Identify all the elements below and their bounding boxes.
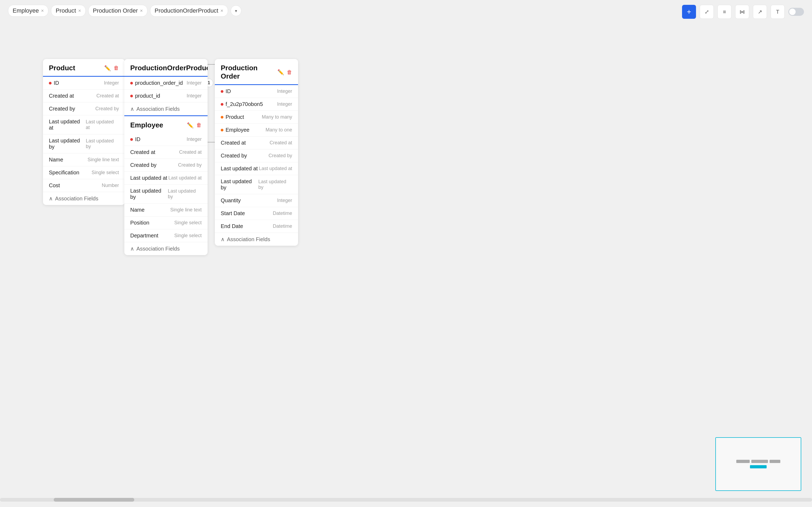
add-icon: + bbox=[687, 7, 691, 16]
menu-button[interactable]: ≡ bbox=[717, 5, 731, 19]
pop-association-fields[interactable]: ∧ Association Fields bbox=[124, 103, 208, 115]
employee-assoc-label: Association Fields bbox=[137, 246, 180, 252]
po-field-id: ID Integer bbox=[215, 85, 298, 98]
employee-field-created-at: Created at Created at bbox=[124, 146, 208, 159]
po-field-created-by: Created by Created by bbox=[215, 150, 298, 162]
product-association-fields[interactable]: ∧ Association Fields bbox=[43, 192, 125, 205]
production-order-card: Production Order ✏️ 🗑 ID Integer f_2u2p7… bbox=[215, 59, 298, 246]
employee-field-id: ID Integer bbox=[124, 133, 208, 146]
employee-field-name: Name Single line text bbox=[124, 204, 208, 217]
employee-field-created-by: Created by Created by bbox=[124, 159, 208, 172]
minimap[interactable] bbox=[715, 437, 801, 491]
canvas: N 1 N 1 1 Product ✏️ 🗑 ID Integer Create… bbox=[0, 21, 812, 502]
share-icon: ↗ bbox=[758, 9, 762, 15]
po-field-quantity: Quantity Integer bbox=[215, 194, 298, 207]
bottom-scrollbar-thumb[interactable] bbox=[54, 498, 134, 502]
tab-production-order-product[interactable]: ProductionOrderProduct × bbox=[150, 5, 228, 17]
po-edit-icon[interactable]: ✏️ bbox=[277, 69, 284, 75]
employee-sub-delete-icon[interactable]: 🗑 bbox=[196, 122, 202, 128]
tab-employee[interactable]: Employee × bbox=[8, 5, 48, 17]
compress-icon: ⤢ bbox=[705, 9, 709, 15]
po-card-actions: ✏️ 🗑 bbox=[277, 69, 292, 75]
toggle-switch[interactable] bbox=[789, 8, 804, 16]
product-id-dot bbox=[49, 82, 52, 84]
po-product-dot bbox=[221, 116, 223, 119]
po-field-created-at: Created at Created at bbox=[215, 136, 298, 150]
diagram-icon: ⋈ bbox=[740, 9, 745, 15]
pop-field-product-id: product_id Integer bbox=[124, 90, 208, 103]
po-employee-name: Employee bbox=[225, 127, 249, 133]
product-card: Product ✏️ 🗑 ID Integer Created at Creat… bbox=[43, 59, 125, 205]
pop-prod-order-id-name: production_order_id bbox=[135, 80, 183, 86]
po-assoc-chevron: ∧ bbox=[221, 236, 225, 242]
minimap-inner bbox=[716, 438, 801, 490]
employee-sub-title: Employee bbox=[130, 121, 163, 129]
po-card-header: Production Order ✏️ 🗑 bbox=[215, 59, 298, 85]
minimap-bar-2 bbox=[751, 460, 768, 463]
product-id-type: Integer bbox=[104, 80, 119, 86]
pop-assoc-label: Association Fields bbox=[137, 106, 180, 112]
product-edit-icon[interactable]: ✏️ bbox=[104, 65, 111, 71]
tab-employee-label: Employee bbox=[13, 7, 39, 14]
product-card-title: Product bbox=[49, 64, 75, 72]
production-order-product-card: ProductionOrderProduct ✏️ 🗑 production_o… bbox=[124, 59, 208, 255]
menu-icon: ≡ bbox=[723, 9, 726, 15]
product-field-last-updated-at: Last updated at Last updated at bbox=[43, 115, 125, 134]
tab-production-order-product-close[interactable]: × bbox=[220, 8, 223, 14]
tab-production-order-product-label: ProductionOrderProduct bbox=[155, 7, 218, 14]
product-assoc-label: Association Fields bbox=[55, 195, 98, 202]
po-delete-icon[interactable]: 🗑 bbox=[287, 69, 292, 75]
po-employee-dot bbox=[221, 129, 223, 131]
tab-employee-close[interactable]: × bbox=[41, 8, 44, 14]
po-field-last-updated-at: Last updated at Last updated at bbox=[215, 162, 298, 175]
product-id-name: ID bbox=[54, 80, 59, 86]
product-card-header: Product ✏️ 🗑 bbox=[43, 59, 125, 77]
text-size-button[interactable]: T bbox=[771, 5, 784, 19]
po-association-fields[interactable]: ∧ Association Fields bbox=[215, 233, 298, 246]
pop-assoc-chevron: ∧ bbox=[130, 106, 134, 112]
product-field-last-updated-by: Last updated by Last updated by bbox=[43, 134, 125, 154]
compress-button[interactable]: ⤢ bbox=[700, 5, 714, 19]
tab-product-close[interactable]: × bbox=[78, 8, 81, 14]
tab-production-order-close[interactable]: × bbox=[140, 8, 143, 14]
employee-id-dot bbox=[130, 138, 133, 141]
product-delete-icon[interactable]: 🗑 bbox=[114, 65, 119, 71]
employee-sub-edit-icon[interactable]: ✏️ bbox=[187, 122, 194, 128]
tab-dropdown[interactable]: ▾ bbox=[231, 5, 241, 16]
employee-field-last-updated-at: Last updated at Last updated at bbox=[124, 172, 208, 184]
product-card-actions: ✏️ 🗑 bbox=[104, 65, 119, 71]
tab-production-order[interactable]: Production Order × bbox=[88, 5, 147, 17]
employee-assoc-chevron: ∧ bbox=[130, 245, 134, 252]
po-id-name: ID bbox=[225, 88, 231, 95]
po-f2u2p-name: f_2u2p70obon5 bbox=[225, 101, 263, 107]
po-field-product: Product Many to many bbox=[215, 111, 298, 124]
po-field-employee: Employee Many to one bbox=[215, 124, 298, 136]
employee-association-fields[interactable]: ∧ Association Fields bbox=[124, 242, 208, 255]
product-field-specification: Specification Single select bbox=[43, 166, 125, 179]
pop-card-header: ProductionOrderProduct ✏️ 🗑 bbox=[124, 59, 208, 77]
po-field-start-date: Start Date Datetime bbox=[215, 207, 298, 220]
employee-field-last-updated-by: Last updated by Last updated by bbox=[124, 184, 208, 204]
bottom-scrollbar[interactable] bbox=[0, 498, 812, 502]
product-field-name: Name Single line text bbox=[43, 154, 125, 166]
add-button[interactable]: + bbox=[682, 5, 696, 19]
product-field-id: ID Integer bbox=[43, 77, 125, 90]
employee-field-position: Position Single select bbox=[124, 217, 208, 229]
po-field-end-date: End Date Datetime bbox=[215, 220, 298, 233]
pop-prod-order-id-dot bbox=[130, 82, 133, 84]
product-field-created-at: Created at Created at bbox=[43, 90, 125, 103]
tab-product-label: Product bbox=[56, 7, 76, 14]
pop-field-production-order-id: production_order_id Integer bbox=[124, 77, 208, 90]
po-f2u2p-dot bbox=[221, 103, 223, 106]
product-assoc-chevron: ∧ bbox=[49, 195, 53, 202]
pop-card-title: ProductionOrderProduct bbox=[130, 64, 208, 72]
pop-product-id-dot bbox=[130, 95, 133, 97]
text-size-icon: T bbox=[776, 9, 779, 15]
po-card-title: Production Order bbox=[221, 64, 277, 80]
po-field-last-updated-by: Last updated by Last updated by bbox=[215, 175, 298, 194]
share-button[interactable]: ↗ bbox=[753, 5, 767, 19]
tab-product[interactable]: Product × bbox=[51, 5, 85, 17]
diagram-button[interactable]: ⋈ bbox=[735, 5, 749, 19]
employee-id-name: ID bbox=[135, 136, 141, 143]
product-field-cost: Cost Number bbox=[43, 179, 125, 192]
